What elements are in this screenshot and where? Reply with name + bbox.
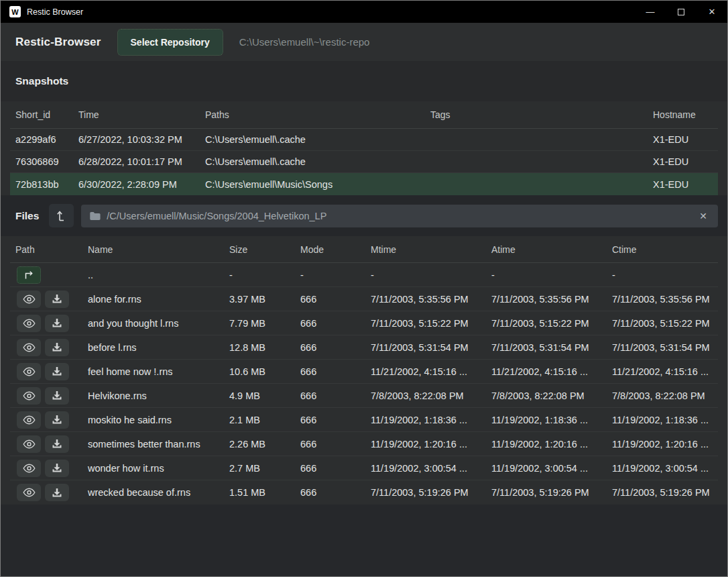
files-section-header: Files /C/Users/emuell/Music/Songs/2004_H… (1, 195, 727, 236)
file-row[interactable]: wrecked because of.rns 1.51 MB 666 7/11/… (10, 480, 718, 505)
eye-icon (23, 343, 36, 352)
files-table-header: PathNameSizeModeMtimeAtimeCtime (10, 236, 718, 263)
file-name: sometimes better than.rns (82, 439, 224, 450)
download-file-button[interactable] (45, 291, 69, 308)
file-size: 1.51 MB (224, 487, 295, 498)
download-file-button[interactable] (45, 460, 69, 477)
file-name: wrecked because of.rns (82, 487, 224, 498)
eye-icon (23, 319, 36, 328)
file-size: 2.7 MB (224, 463, 295, 474)
file-row[interactable]: Helvikone.rns 4.9 MB 666 7/8/2003, 8:22:… (10, 384, 718, 408)
download-file-button[interactable] (45, 484, 69, 501)
preview-file-button[interactable] (17, 387, 41, 405)
file-actions (10, 363, 82, 380)
preview-file-button[interactable] (17, 411, 41, 429)
file-row[interactable]: and you thought l.rns 7.79 MB 666 7/11/2… (10, 311, 718, 335)
close-button[interactable]: ✕ (696, 1, 727, 23)
column-header: Ctime (607, 244, 718, 255)
download-file-button[interactable] (45, 363, 69, 380)
file-mode: 666 (295, 463, 365, 474)
download-file-button[interactable] (45, 339, 69, 356)
file-mode: 666 (295, 366, 365, 377)
download-icon (52, 488, 62, 498)
preview-file-button[interactable] (17, 460, 41, 477)
file-row[interactable]: alone for.rns 3.97 MB 666 7/11/2003, 5:3… (10, 287, 718, 311)
file-size: 4.9 MB (224, 390, 295, 401)
download-file-button[interactable] (45, 411, 69, 429)
file-row[interactable]: before l.rns 12.8 MB 666 7/11/2003, 5:31… (10, 335, 718, 360)
up-level-button[interactable] (49, 204, 74, 227)
file-row[interactable]: .. - - - - - (10, 263, 718, 287)
file-name: before l.rns (82, 342, 224, 353)
go-parent-directory-button[interactable] (17, 266, 41, 284)
maximize-button[interactable] (666, 1, 696, 23)
eye-icon (23, 391, 36, 401)
snapshot-paths: C:\Users\emuell\Music\Songs (200, 179, 425, 190)
snapshot-row[interactable]: 72b813bb 6/30/2022, 2:28:09 PM C:\Users\… (10, 173, 718, 195)
file-actions (10, 291, 82, 308)
column-header: Size (224, 244, 295, 255)
file-mode: 666 (295, 294, 365, 305)
file-atime: 11/21/2002, 4:15:16 ... (486, 366, 607, 377)
select-repository-button[interactable]: Select Repository (117, 29, 223, 56)
snapshot-row[interactable]: a2299af6 6/27/2022, 10:03:32 PM C:\Users… (10, 129, 718, 151)
file-ctime: 11/21/2002, 4:15:16 ... (607, 366, 718, 377)
file-row[interactable]: moskito he said.rns 2.1 MB 666 11/19/200… (10, 408, 718, 432)
file-actions (10, 315, 82, 332)
snapshot-hostname: X1-EDU (648, 179, 718, 190)
file-mode: 666 (295, 318, 365, 329)
file-size: 2.1 MB (224, 415, 295, 425)
app-header: Restic-Browser Select Repository C:\User… (1, 23, 727, 61)
current-path-value: /C/Users/emuell/Music/Songs/2004_Helveti… (107, 211, 690, 221)
file-row[interactable]: wonder how it.rns 2.7 MB 666 11/19/2002,… (10, 456, 718, 480)
clear-path-button[interactable]: ✕ (696, 209, 710, 223)
file-ctime: 11/19/2002, 3:00:54 ... (607, 463, 718, 474)
window-title: Restic Browser (27, 7, 83, 17)
file-name: Helvikone.rns (82, 390, 224, 401)
file-row[interactable]: feel home now !.rns 10.6 MB 666 11/21/20… (10, 360, 718, 384)
file-mtime: 11/19/2002, 1:18:36 ... (365, 415, 486, 425)
file-mtime: 7/11/2003, 5:31:54 PM (365, 342, 486, 353)
file-mode: 666 (295, 439, 365, 450)
snapshot-paths: C:\Users\emuell\.cache (200, 134, 425, 145)
column-header: Mtime (365, 244, 486, 255)
file-mtime: 11/21/2002, 4:15:16 ... (365, 366, 486, 377)
file-ctime: 7/11/2003, 5:35:56 PM (607, 294, 718, 305)
preview-file-button[interactable] (17, 291, 41, 308)
minimize-button[interactable]: — (635, 1, 666, 23)
preview-file-button[interactable] (17, 484, 41, 501)
download-icon (52, 342, 62, 352)
file-ctime: 7/8/2003, 8:22:08 PM (607, 390, 718, 401)
titlebar-drag-area[interactable]: W Restic Browser (1, 6, 635, 17)
snapshot-time: 6/30/2022, 2:28:09 PM (73, 179, 200, 190)
file-name: and you thought l.rns (82, 318, 224, 329)
file-atime: 11/19/2002, 1:20:16 ... (486, 439, 607, 450)
file-size: 12.8 MB (224, 342, 295, 353)
download-file-button[interactable] (45, 435, 69, 453)
column-header: Hostname (648, 109, 718, 120)
preview-file-button[interactable] (17, 435, 41, 453)
current-path-bar[interactable]: /C/Users/emuell/Music/Songs/2004_Helveti… (81, 205, 718, 227)
file-size: - (224, 270, 295, 280)
download-file-button[interactable] (45, 315, 69, 332)
empty-area (1, 505, 727, 576)
file-mtime: 11/19/2002, 3:00:54 ... (365, 463, 486, 474)
snapshots-section-header: Snapshots (1, 61, 727, 101)
download-file-button[interactable] (45, 387, 69, 405)
file-size: 3.97 MB (224, 294, 295, 305)
file-actions (10, 339, 82, 356)
file-ctime: 7/11/2003, 5:31:54 PM (607, 342, 718, 353)
file-atime: - (486, 270, 607, 280)
download-icon (52, 463, 62, 473)
file-size: 2.26 MB (224, 439, 295, 450)
maximize-icon (678, 9, 684, 15)
preview-file-button[interactable] (17, 315, 41, 332)
preview-file-button[interactable] (17, 339, 41, 356)
snapshot-row[interactable]: 76306869 6/28/2022, 10:01:17 PM C:\Users… (10, 151, 718, 173)
preview-file-button[interactable] (17, 363, 41, 380)
file-row[interactable]: sometimes better than.rns 2.26 MB 666 11… (10, 432, 718, 456)
eye-icon (23, 464, 36, 473)
file-atime: 7/11/2003, 5:19:26 PM (486, 487, 607, 498)
file-actions (10, 435, 82, 453)
file-name: wonder how it.rns (82, 463, 224, 474)
